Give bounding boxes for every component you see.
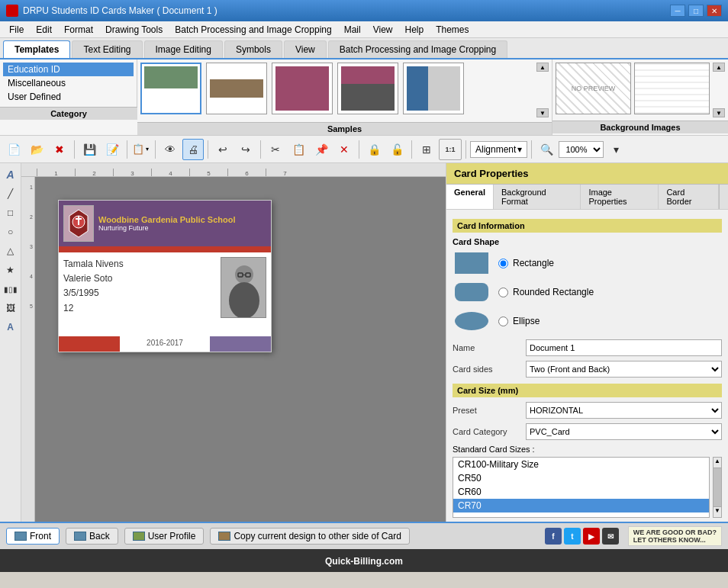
tb-grid-btn[interactable]: ⊞ — [416, 139, 437, 160]
menu-help[interactable]: Help — [398, 23, 430, 37]
shape-row-rounded: Rounded Rectangle — [453, 280, 722, 304]
tool-triangle[interactable]: △ — [2, 243, 19, 259]
shape-radio-ellipse[interactable] — [498, 316, 508, 326]
sizes-scroll-down[interactable]: ▼ — [714, 506, 721, 517]
category-miscellaneous[interactable]: Miscellaneous — [3, 76, 134, 90]
tb-zoom-out-btn[interactable]: 🔍 — [536, 139, 557, 160]
tab-image-editing[interactable]: Image Editing — [144, 40, 223, 58]
tb-11-btn[interactable]: 1:1 — [439, 139, 462, 160]
email-icon[interactable]: ✉ — [602, 528, 619, 545]
menu-format[interactable]: Format — [58, 23, 99, 37]
sizes-scroll-up[interactable]: ▲ — [714, 458, 721, 468]
tab-view[interactable]: View — [284, 40, 327, 58]
panel-tab-image-props[interactable]: Image Properties — [581, 185, 659, 209]
tb-cut-btn[interactable]: ✂ — [265, 139, 286, 160]
alignment-dropdown[interactable]: Alignment ▾ — [470, 141, 527, 158]
menu-file[interactable]: File — [3, 23, 30, 37]
back-tab[interactable]: Back — [66, 528, 118, 545]
shape-radio-rounded[interactable] — [498, 288, 508, 297]
samples-scroll-down[interactable]: ▼ — [536, 108, 549, 117]
tb-save-as-btn[interactable]: 📝 — [101, 139, 123, 160]
menu-edit[interactable]: Edit — [30, 23, 58, 37]
minimize-button[interactable]: ─ — [670, 5, 685, 17]
shape-radio-rect[interactable] — [498, 259, 508, 268]
sample-thumb-3[interactable] — [272, 63, 333, 114]
tb-redo-btn[interactable]: ↪ — [235, 139, 256, 160]
sample-thumb-1[interactable] — [140, 63, 201, 114]
category-user-defined[interactable]: User Defined — [3, 90, 134, 104]
tb-import-btn[interactable]: 📋▾ — [131, 143, 151, 156]
menu-drawing-tools[interactable]: Drawing Tools — [99, 23, 169, 37]
preset-select[interactable]: HORIZONTAL VERTICAL — [526, 402, 722, 419]
tb-open-btn[interactable]: 📂 — [26, 139, 47, 160]
sample-thumb-2[interactable] — [206, 63, 267, 114]
tab-symbols[interactable]: Symbols — [224, 40, 282, 58]
tab-batch[interactable]: Batch Processing and Image Cropping — [328, 40, 507, 58]
menu-themes[interactable]: Themes — [430, 23, 475, 37]
card-category-select[interactable]: PVC_Card CR80 — [526, 423, 722, 440]
tb-undo-btn[interactable]: ↩ — [212, 139, 234, 160]
youtube-icon[interactable]: ▶ — [583, 528, 600, 545]
twitter-icon[interactable]: t — [564, 528, 581, 545]
tb-print-btn[interactable]: 🖨 — [182, 139, 204, 160]
tb-sep-9 — [531, 140, 532, 159]
menu-view[interactable]: View — [367, 23, 399, 37]
name-input[interactable] — [526, 339, 722, 356]
tool-circle[interactable]: ○ — [2, 223, 19, 240]
tb-unlock-btn[interactable]: 🔓 — [386, 139, 407, 160]
tool-line[interactable]: ╱ — [2, 185, 19, 202]
tb-paste-btn[interactable]: 📌 — [311, 139, 332, 160]
menu-mail[interactable]: Mail — [338, 23, 367, 37]
tool-rect[interactable]: □ — [2, 204, 19, 221]
size-cr60[interactable]: CR60 — [453, 485, 709, 499]
panel-scrollbar[interactable] — [719, 185, 728, 209]
samples-scroll-up[interactable]: ▲ — [536, 63, 549, 72]
tb-copy-btn[interactable]: 📋 — [288, 139, 309, 160]
tab-text-editing[interactable]: Text Editing — [72, 40, 142, 58]
maximize-button[interactable]: □ — [688, 5, 704, 17]
tb-zoom-arrow[interactable]: ▾ — [605, 139, 627, 160]
user-profile-tab[interactable]: User Profile — [124, 528, 205, 545]
tb-save-btn[interactable]: 💾 — [79, 139, 100, 160]
category-education-id[interactable]: Education ID — [3, 63, 134, 76]
card-body: Tamala Nivens Valerie Soto 3/5/1995 12 — [59, 252, 271, 323]
tb-new-btn[interactable]: 📄 — [3, 139, 24, 160]
sample-thumb-5[interactable] — [403, 63, 464, 114]
panel-tab-card-border[interactable]: Card Border — [659, 185, 719, 209]
tool-barcode[interactable]: ▮▯▮ — [2, 281, 19, 297]
menu-batch[interactable]: Batch Processing and Image Cropping — [169, 23, 337, 37]
rate-bar[interactable]: WE ARE GOOD OR BAD?LET OTHERS KNOW... — [628, 526, 722, 546]
zoom-select[interactable]: 100% 50% 150% 200% — [559, 141, 604, 158]
size-cr100[interactable]: CR100-Military Size — [453, 458, 709, 471]
tab-templates[interactable]: Templates — [3, 40, 70, 58]
tb-lock-btn[interactable]: 🔒 — [363, 139, 385, 160]
copy-tab[interactable]: Copy current design to other side of Car… — [210, 528, 409, 545]
id-card[interactable]: Woodbine Gardenia Public School Nurturin… — [58, 200, 272, 352]
tool-image[interactable]: 🖼 — [2, 300, 19, 316]
card-sides-select[interactable]: Two (Front and Back) One (Front Only) — [526, 361, 722, 378]
bg-scroll-up[interactable]: ▲ — [713, 63, 725, 72]
panel-tab-bg-format[interactable]: Background Format — [494, 185, 581, 209]
close-button[interactable]: ✕ — [707, 5, 722, 17]
facebook-icon[interactable]: f — [545, 528, 562, 545]
bg-thumb-nopreview[interactable]: NO PREVIEW — [556, 63, 631, 114]
tool-text[interactable]: A — [2, 166, 19, 183]
front-tab[interactable]: Front — [6, 528, 60, 545]
toolbar: 📄 📂 ✖ 💾 📝 📋▾ 👁 🖨 ↩ ↪ ✂ 📋 📌 ✕ 🔒 🔓 ⊞ 1:1 A… — [0, 136, 728, 163]
size-cr50[interactable]: CR50 — [453, 471, 709, 485]
panel-tab-general[interactable]: General — [446, 185, 494, 209]
bg-scroll-down[interactable]: ▼ — [713, 108, 725, 117]
tool-star[interactable]: ★ — [2, 262, 19, 278]
tb-delete-btn[interactable]: ✕ — [333, 139, 355, 160]
shape-preview-ellipse — [453, 309, 491, 333]
tool-font-a[interactable]: A — [2, 319, 19, 336]
canvas-content[interactable]: Woodbine Gardenia Public School Nurturin… — [35, 177, 446, 522]
tb-close-btn[interactable]: ✖ — [49, 139, 70, 160]
sample-thumb-4[interactable] — [337, 63, 398, 114]
front-tab-label: Front — [30, 531, 51, 541]
bg-thumb-pattern[interactable] — [634, 63, 710, 114]
size-cr70[interactable]: CR70 — [453, 499, 709, 512]
tb-preview-btn[interactable]: 👁 — [159, 139, 181, 160]
ruler-mark-5: 5 — [189, 169, 227, 176]
watermark-text: Quick-Billing.com — [325, 556, 403, 567]
